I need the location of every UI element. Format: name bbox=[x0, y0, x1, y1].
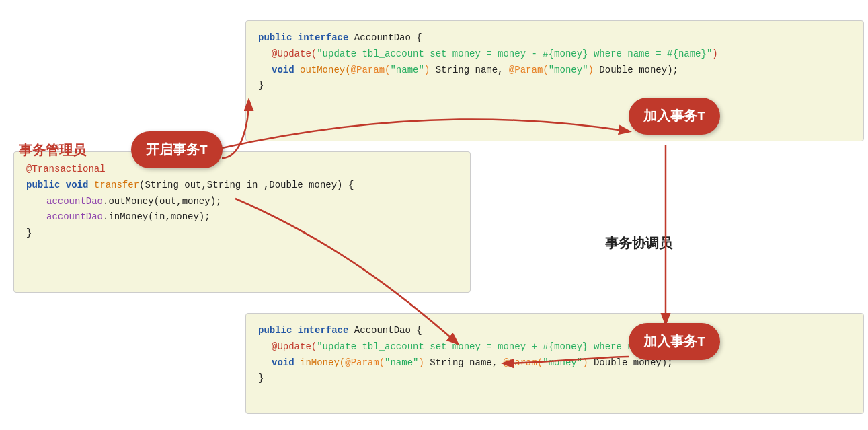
top-line1: public interface AccountDao { bbox=[258, 30, 851, 46]
bottom-line4: } bbox=[258, 371, 851, 387]
bottom-line3: void inMoney(@Param("name") String name,… bbox=[272, 355, 851, 371]
middle-line4: accountDao.inMoney(in,money); bbox=[46, 209, 458, 225]
coordinator-label: 事务协调员 bbox=[605, 234, 672, 252]
bottom-code-box: public interface AccountDao { @Update("u… bbox=[245, 313, 864, 414]
join-transaction-bottom-button[interactable]: 加入事务T bbox=[629, 323, 720, 360]
manager-label: 事务管理员 bbox=[19, 141, 86, 159]
middle-line3: accountDao.outMoney(out,money); bbox=[46, 194, 458, 210]
middle-line5: } bbox=[26, 225, 458, 242]
top-line4: } bbox=[258, 78, 851, 94]
bottom-line1: public interface AccountDao { bbox=[258, 323, 851, 339]
top-code-box: public interface AccountDao { @Update("u… bbox=[245, 20, 864, 141]
top-line2: @Update("update tbl_account set money = … bbox=[272, 46, 851, 63]
join-transaction-top-button[interactable]: 加入事务T bbox=[629, 98, 720, 135]
middle-code-box: @Transactional public void transfer(Stri… bbox=[13, 151, 471, 293]
bottom-line2: @Update("update tbl_account set money = … bbox=[272, 339, 851, 355]
start-transaction-button[interactable]: 开启事务T bbox=[131, 131, 223, 168]
middle-line1: @Transactional bbox=[26, 162, 458, 178]
top-line3: void outMoney(@Param("name") String name… bbox=[272, 63, 851, 79]
middle-line2: public void transfer(String out,String i… bbox=[26, 178, 458, 194]
